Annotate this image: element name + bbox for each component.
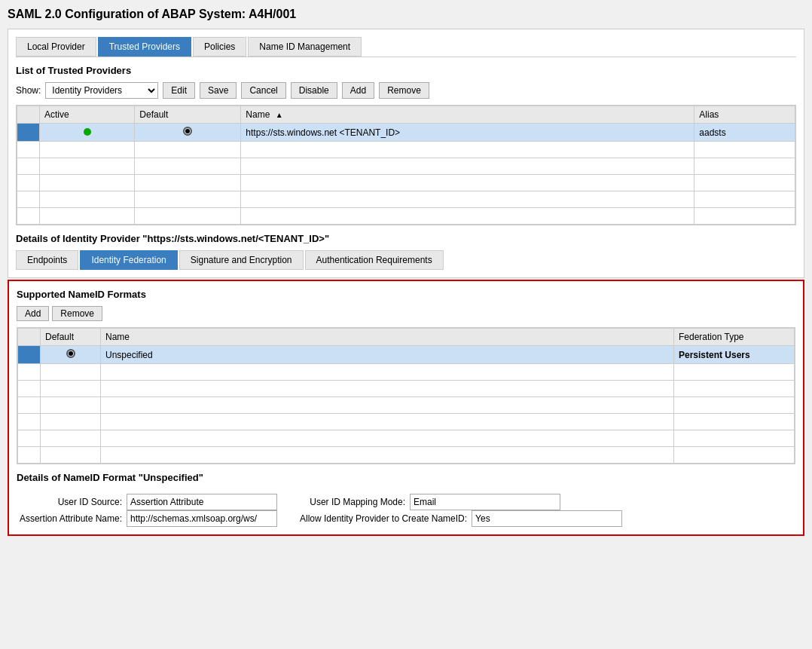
identity-federation-section: Supported NameID Formats Add Remove Defa… bbox=[8, 280, 804, 536]
tab-endpoints[interactable]: Endpoints bbox=[16, 250, 78, 270]
nameid-name-cell: Unspecified bbox=[101, 346, 674, 364]
disable-button[interactable]: Disable bbox=[291, 82, 337, 99]
allow-create-input[interactable] bbox=[472, 510, 622, 527]
trusted-providers-table: Active Default Name ▲ Alias https://sts.… bbox=[16, 105, 796, 225]
tab-auth-requirements[interactable]: Authentication Requirements bbox=[305, 250, 444, 270]
tab-policies[interactable]: Policies bbox=[193, 37, 246, 57]
col-header-empty bbox=[17, 106, 40, 124]
active-indicator bbox=[84, 128, 91, 136]
top-tab-bar: Local Provider Trusted Providers Policie… bbox=[16, 37, 796, 57]
nameid-table-row[interactable] bbox=[18, 364, 795, 381]
list-section-title: List of Trusted Providers bbox=[16, 65, 796, 76]
nameid-toolbar: Add Remove bbox=[17, 306, 795, 321]
tab-local-provider[interactable]: Local Provider bbox=[16, 37, 96, 57]
active-cell bbox=[40, 124, 135, 142]
sub-tab-bar: Endpoints Identity Federation Signature … bbox=[16, 250, 796, 270]
nameid-default-radio bbox=[66, 349, 75, 358]
nameid-add-button[interactable]: Add bbox=[17, 306, 49, 321]
nameid-table-row[interactable] bbox=[18, 414, 795, 430]
row-selector-cell bbox=[17, 124, 40, 142]
table-row[interactable] bbox=[17, 142, 795, 158]
cancel-button[interactable]: Cancel bbox=[241, 82, 285, 99]
nameid-col-name: Name bbox=[101, 329, 674, 346]
nameid-table-row[interactable]: Unspecified Persistent Users bbox=[18, 346, 795, 364]
user-id-mapping-label: User ID Mapping Mode: bbox=[300, 497, 405, 507]
nameid-federation-type-cell: Persistent Users bbox=[674, 346, 795, 364]
user-id-mapping-input[interactable] bbox=[410, 494, 560, 510]
table-row[interactable] bbox=[17, 208, 795, 225]
show-label: Show: bbox=[16, 85, 41, 96]
form-row-2: Assertion Attribute Name: Allow Identity… bbox=[17, 510, 795, 527]
user-id-source-label: User ID Source: bbox=[17, 497, 122, 507]
list-toolbar: Show: Identity Providers Edit Save Cance… bbox=[16, 82, 796, 99]
save-button[interactable]: Save bbox=[200, 82, 237, 99]
add-button[interactable]: Add bbox=[342, 82, 374, 99]
nameid-col-default: Default bbox=[41, 329, 101, 346]
default-radio bbox=[183, 127, 192, 136]
col-header-default: Default bbox=[135, 106, 241, 124]
nameid-table-wrapper: Default Name Federation Type Unspecified… bbox=[17, 327, 795, 464]
sort-arrow-icon: ▲ bbox=[276, 111, 283, 119]
table-row[interactable] bbox=[17, 191, 795, 208]
alias-cell: aadsts bbox=[694, 124, 795, 142]
nameid-details-form: User ID Source: User ID Mapping Mode: As… bbox=[17, 494, 795, 527]
col-header-active: Active bbox=[40, 106, 135, 124]
assertion-attr-label: Assertion Attribute Name: bbox=[17, 513, 122, 524]
provider-details-title: Details of Identity Provider "https://st… bbox=[16, 233, 796, 244]
table-row[interactable] bbox=[17, 158, 795, 175]
remove-button[interactable]: Remove bbox=[379, 82, 429, 99]
nameid-default-cell bbox=[41, 346, 101, 364]
name-cell: https://sts.windows.net <TENANT_ID> bbox=[241, 124, 694, 142]
nameid-table-row[interactable] bbox=[18, 430, 795, 447]
col-header-alias: Alias bbox=[694, 106, 795, 124]
nameid-table-row[interactable] bbox=[18, 447, 795, 464]
nameid-row-selector bbox=[18, 346, 41, 364]
nameid-col-empty bbox=[18, 329, 41, 346]
show-select[interactable]: Identity Providers bbox=[45, 82, 158, 99]
nameid-remove-button[interactable]: Remove bbox=[52, 306, 102, 321]
nameid-table-row[interactable] bbox=[18, 381, 795, 397]
user-id-source-input[interactable] bbox=[127, 494, 277, 510]
nameid-section-title: Supported NameID Formats bbox=[17, 289, 795, 300]
default-cell bbox=[135, 124, 241, 142]
nameid-table-row[interactable] bbox=[18, 397, 795, 414]
form-row-1: User ID Source: User ID Mapping Mode: bbox=[17, 494, 795, 510]
assertion-attr-input[interactable] bbox=[127, 510, 277, 527]
tab-signature-encryption[interactable]: Signature and Encryption bbox=[179, 250, 304, 270]
allow-create-label: Allow Identity Provider to Create NameID… bbox=[300, 513, 467, 524]
tab-identity-federation[interactable]: Identity Federation bbox=[80, 250, 177, 270]
nameid-col-federation-type: Federation Type bbox=[674, 329, 795, 346]
table-row[interactable] bbox=[17, 175, 795, 191]
tab-name-id-management[interactable]: Name ID Management bbox=[248, 37, 362, 57]
tab-trusted-providers[interactable]: Trusted Providers bbox=[98, 37, 191, 57]
edit-button[interactable]: Edit bbox=[163, 82, 195, 99]
nameid-details-title: Details of NameID Format "Unspecified" bbox=[17, 472, 795, 483]
page-title: SAML 2.0 Configuration of ABAP System: A… bbox=[8, 8, 804, 21]
col-header-name: Name ▲ bbox=[241, 106, 694, 124]
table-row[interactable]: https://sts.windows.net <TENANT_ID> aads… bbox=[17, 124, 795, 142]
